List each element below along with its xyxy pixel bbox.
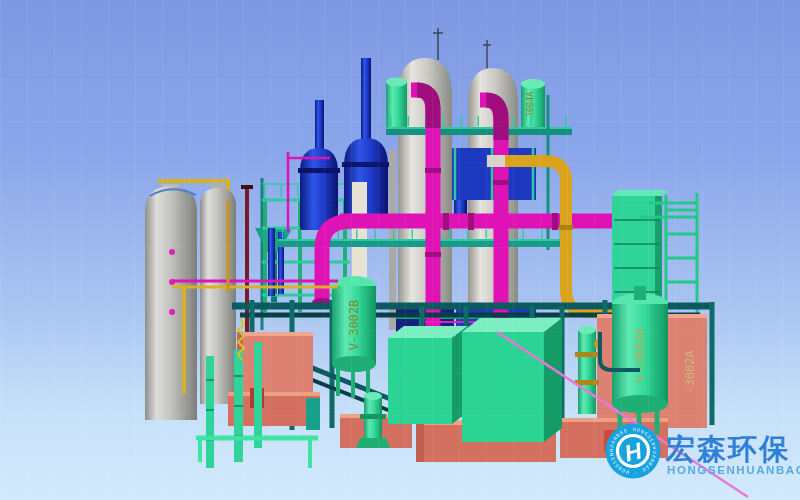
magenta-valve-knob [169,249,175,255]
magenta-valve-knob [169,309,175,315]
reactor-collar-2 [342,162,390,167]
equipment-tag-v3002b: V-3002B [347,300,361,351]
gray-tank-2 [200,188,236,404]
render-viewport: -3004A [0,0,800,500]
green-box-a [388,338,452,424]
reactor-neck-1 [315,100,324,154]
equipment-tag-v3002a: V-3002A [632,327,647,382]
ladder-strip [254,342,262,448]
brand-name-english: HONGSENHUANBAO [667,464,800,476]
green-cylinder-small [386,82,407,128]
reactor-neck-2 [361,58,371,142]
green-box-b [462,332,544,442]
vessel-v3002b: V-3002B [332,276,376,398]
green-tanks-square [388,318,562,442]
gray-storage-tanks [145,181,236,420]
green-cylinder-cap [386,78,407,87]
gold-flange [559,225,573,230]
ladder-strip [206,356,214,468]
equipment-tag-3002a-wall: -3002A [683,350,697,394]
pump-small [306,398,320,430]
brand-name-chinese: 宏森环保 [665,432,790,466]
exchanger-top [612,190,668,196]
reactor-collar-1 [298,168,340,173]
green-cylinder-cap [521,79,545,89]
plant-3d-render: -3004A [0,0,800,500]
gray-tank-1 [145,186,197,420]
pump-column-right [578,330,596,414]
exchanger-side [655,196,662,310]
upper-deck [386,128,572,135]
